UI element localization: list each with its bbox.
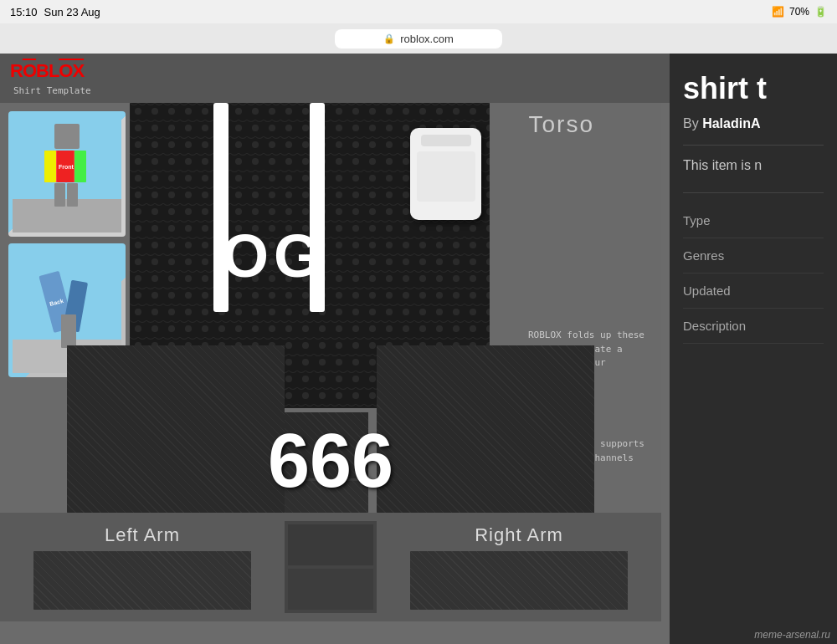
item-note: This item is n <box>683 156 824 176</box>
shirt-panel: ROBLOX Shirt Template Torso <box>0 54 670 644</box>
browser-bar: 🔒 roblox.com <box>0 23 837 54</box>
shirt-template-label: Shirt Template <box>13 85 91 96</box>
right-arm-label: Right Arm <box>475 524 563 546</box>
logo-b: BL <box>36 60 59 81</box>
lock-icon: 🔒 <box>383 33 395 44</box>
author-by-label: By <box>683 116 699 130</box>
svg-rect-2 <box>54 124 80 149</box>
shirt-header: ROBLOX Shirt Template <box>0 54 670 103</box>
svg-rect-10 <box>54 183 65 207</box>
status-bar-left: 15:10 Sun 23 Aug <box>10 6 100 18</box>
type-label: Type <box>683 213 711 227</box>
meta-table: Type Genres Updated Description <box>683 203 824 344</box>
left-arm-section: Left Arm <box>17 524 268 610</box>
genres-label: Genres <box>683 248 724 263</box>
divider-2 <box>683 192 824 193</box>
roblox-logo-area: ROBLOX Shirt Template <box>10 60 91 96</box>
left-arm-graphic <box>33 551 251 610</box>
url-bar[interactable]: 🔒 roblox.com <box>335 29 502 49</box>
updated-row: Updated <box>683 273 824 309</box>
preview-front: Front <box>8 111 126 237</box>
logo-o: O <box>23 60 36 81</box>
description-row: Description <box>683 309 824 344</box>
battery-icon: 🔋 <box>814 6 827 18</box>
type-row: Type <box>683 203 824 238</box>
svg-rect-11 <box>67 183 78 207</box>
status-bar-right: 📶 70% 🔋 <box>772 6 827 18</box>
wifi-icon: 📶 <box>772 6 784 18</box>
left-arm-label: Left Arm <box>105 524 180 546</box>
url-text: roblox.com <box>400 33 454 45</box>
backpack <box>410 128 481 220</box>
right-arm-section: Right Arm <box>393 524 644 610</box>
main-content: ROBLOX Shirt Template Torso <box>0 54 837 644</box>
body-left-area <box>67 345 285 513</box>
template-canvas: Torso <box>0 103 661 621</box>
svg-rect-8 <box>74 151 86 182</box>
center-arm-boxes <box>285 521 377 613</box>
preview-box: Front <box>8 111 126 377</box>
logo-r: R <box>10 60 23 81</box>
right-arm-graphic <box>410 551 628 610</box>
updated-label: Updated <box>683 284 731 298</box>
genres-row: Genres <box>683 238 824 273</box>
description-label: Description <box>683 319 746 333</box>
watermark: meme-arsenal.ru <box>754 629 830 641</box>
desc-line-1: ROBLOX folds up these <box>528 329 644 343</box>
svg-text:Front: Front <box>59 164 74 170</box>
char-svg-front: Front <box>13 115 121 233</box>
svg-rect-16 <box>61 314 76 348</box>
date-display: Sun 23 Aug <box>44 6 100 18</box>
body-right-area <box>377 345 594 513</box>
battery-percent: 70% <box>789 6 809 18</box>
item-title: shirt t <box>683 70 824 106</box>
torso-label: Torso <box>529 111 594 138</box>
divider-1 <box>683 145 824 146</box>
big-666-text: 666 <box>268 418 393 504</box>
svg-rect-6 <box>44 151 56 182</box>
status-bar: 15:10 Sun 23 Aug 📶 70% 🔋 <box>0 0 837 23</box>
time-display: 15:10 <box>10 6 38 18</box>
author-name: HaladinA <box>702 116 760 130</box>
arms-section: Left Arm Right Arm <box>0 513 661 621</box>
og-text: OG <box>222 222 326 290</box>
right-panel: shirt t By HaladinA This item is n Type … <box>670 54 837 644</box>
logo-ox: OX <box>59 60 84 81</box>
item-author: By HaladinA <box>683 116 824 131</box>
roblox-logo: ROBLOX <box>10 60 91 82</box>
